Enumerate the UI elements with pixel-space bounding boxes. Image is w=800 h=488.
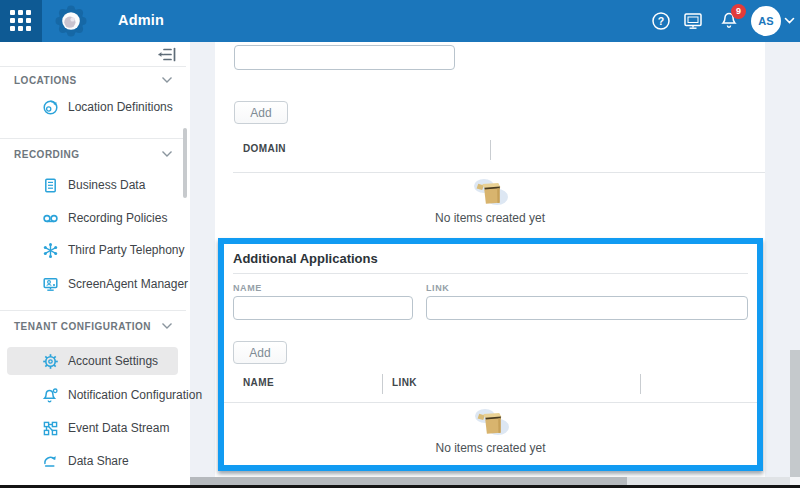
business-data-icon bbox=[42, 177, 59, 194]
section-header-locations[interactable]: LOCATIONS bbox=[14, 72, 173, 88]
sidebar-item-data-share[interactable]: Data Share bbox=[0, 448, 186, 474]
admin-app-logo-icon bbox=[53, 3, 89, 39]
name-input[interactable] bbox=[233, 296, 413, 320]
screenagent-manager-icon bbox=[42, 276, 59, 293]
chevron-down-icon bbox=[161, 76, 173, 84]
data-share-icon bbox=[42, 453, 59, 470]
sidebar-item-label: Account Settings bbox=[68, 354, 158, 368]
svg-text:?: ? bbox=[658, 15, 664, 27]
section-header-tenant-configuration[interactable]: TENANT CONFIGURATION bbox=[14, 318, 173, 334]
section-label: TENANT CONFIGURATION bbox=[14, 321, 151, 332]
third-party-telephony-icon bbox=[42, 242, 59, 259]
account-settings-gear-icon bbox=[42, 353, 59, 370]
sidebar-item-account-settings[interactable]: Account Settings bbox=[7, 347, 178, 375]
chevron-down-icon bbox=[161, 322, 173, 330]
domain-add-button[interactable]: Add bbox=[234, 101, 288, 124]
app-launcher-button[interactable] bbox=[0, 0, 42, 42]
additional-applications-section: Additional Applications NAME LINK Add NA… bbox=[218, 238, 763, 471]
collapse-sidebar-icon[interactable] bbox=[158, 47, 177, 62]
sidebar-item-label: Third Party Telephony bbox=[68, 243, 185, 257]
sidebar-item-location-definitions[interactable]: Location Definitions bbox=[0, 94, 186, 120]
horizontal-scrollbar-thumb[interactable] bbox=[190, 477, 627, 485]
sidebar-item-label: Location Definitions bbox=[68, 100, 173, 114]
sidebar-item-label: Notification Configuration bbox=[68, 388, 202, 402]
sidebar-divider bbox=[0, 310, 186, 311]
sidebar-item-label: Business Data bbox=[68, 178, 145, 192]
name-field-label: NAME bbox=[233, 283, 262, 293]
section-title: Additional Applications bbox=[233, 251, 378, 266]
screen-share-icon[interactable] bbox=[683, 11, 703, 31]
table-header-rule bbox=[233, 172, 765, 173]
event-data-stream-icon bbox=[42, 420, 59, 437]
empty-box-icon bbox=[472, 406, 510, 438]
vertical-scrollbar-thumb[interactable] bbox=[790, 350, 800, 484]
sidebar-item-label: ScreenAgent Manager bbox=[68, 277, 188, 291]
sidebar-divider bbox=[0, 66, 186, 67]
main-content-panel: Add DOMAIN No items created yet Addition… bbox=[215, 42, 765, 477]
user-avatar[interactable]: AS bbox=[751, 6, 781, 36]
scrollbar-corner bbox=[790, 477, 800, 485]
link-column-header: LINK bbox=[392, 377, 417, 388]
empty-box-icon bbox=[471, 176, 509, 208]
sidebar-item-event-data-stream[interactable]: Event Data Stream bbox=[0, 415, 186, 441]
column-divider bbox=[640, 374, 641, 394]
sidebar-item-label: Data Share bbox=[68, 454, 129, 468]
horizontal-scrollbar-track[interactable] bbox=[190, 477, 800, 485]
sidebar-item-label: Recording Policies bbox=[68, 211, 167, 225]
applications-empty-state-text: No items created yet bbox=[224, 441, 757, 455]
domain-empty-state-text: No items created yet bbox=[215, 211, 765, 225]
sidebar-scrollbar-thumb[interactable] bbox=[183, 128, 187, 198]
domain-input[interactable] bbox=[234, 45, 455, 70]
link-input[interactable] bbox=[426, 296, 748, 320]
application-add-button[interactable]: Add bbox=[233, 341, 287, 364]
waffle-grid-icon bbox=[10, 10, 32, 32]
table-header-rule bbox=[224, 402, 757, 403]
name-column-header: NAME bbox=[243, 377, 274, 388]
sidebar: LOCATIONS Location Definitions RECORDING… bbox=[0, 42, 190, 488]
domain-column-header: DOMAIN bbox=[243, 143, 286, 154]
column-divider bbox=[490, 140, 491, 160]
help-icon[interactable]: ? bbox=[651, 11, 671, 31]
chevron-down-icon bbox=[161, 150, 173, 158]
column-divider bbox=[382, 374, 383, 394]
sidebar-item-business-data[interactable]: Business Data bbox=[0, 172, 186, 198]
section-label: RECORDING bbox=[14, 149, 80, 160]
sidebar-item-screenagent-manager[interactable]: ScreenAgent Manager bbox=[0, 271, 186, 297]
notification-badge: 9 bbox=[731, 4, 746, 19]
location-definitions-icon bbox=[42, 99, 59, 116]
section-header-recording[interactable]: RECORDING bbox=[14, 146, 173, 162]
sidebar-item-label: Event Data Stream bbox=[68, 421, 169, 435]
link-field-label: LINK bbox=[426, 283, 449, 293]
avatar-chevron-icon[interactable] bbox=[784, 17, 795, 25]
sidebar-item-third-party-telephony[interactable]: Third Party Telephony bbox=[0, 237, 186, 263]
sidebar-divider bbox=[0, 138, 186, 139]
recording-policies-icon bbox=[42, 210, 59, 227]
sidebar-item-recording-policies[interactable]: Recording Policies bbox=[0, 205, 186, 231]
top-app-bar: Admin ? 9 AS bbox=[0, 0, 800, 42]
page-title: Admin bbox=[118, 12, 164, 28]
title-rule bbox=[233, 273, 748, 274]
notification-configuration-icon bbox=[42, 387, 59, 404]
sidebar-item-notification-configuration[interactable]: Notification Configuration bbox=[0, 382, 186, 408]
section-label: LOCATIONS bbox=[14, 75, 77, 86]
